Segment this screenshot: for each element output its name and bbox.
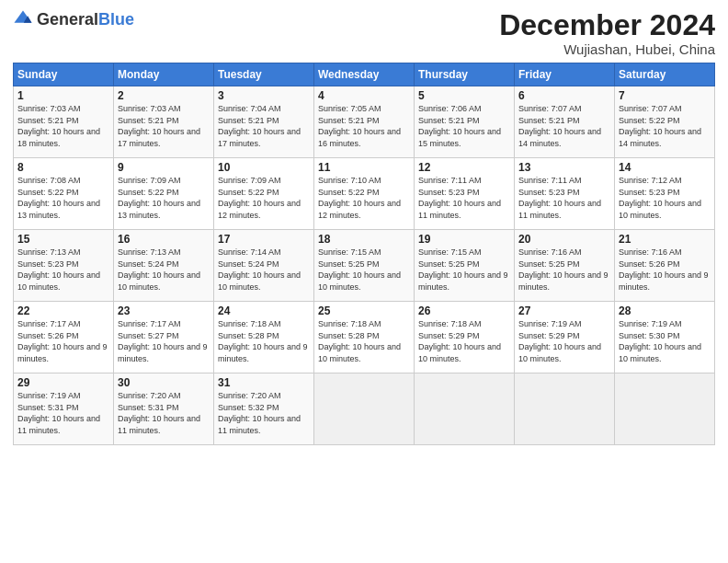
table-row: 15Sunrise: 7:13 AMSunset: 5:23 PMDayligh… <box>14 230 114 302</box>
table-row: 31Sunrise: 7:20 AMSunset: 5:32 PMDayligh… <box>214 373 314 445</box>
day-info: Sunrise: 7:14 AMSunset: 5:24 PMDaylight:… <box>218 247 301 292</box>
day-info: Sunrise: 7:19 AMSunset: 5:29 PMDaylight:… <box>518 319 601 363</box>
day-info: Sunrise: 7:03 AMSunset: 5:21 PMDaylight:… <box>118 104 200 148</box>
table-row: 5Sunrise: 7:06 AMSunset: 5:21 PMDaylight… <box>415 86 515 158</box>
calendar-week-row: 22Sunrise: 7:17 AMSunset: 5:26 PMDayligh… <box>14 302 715 373</box>
day-info: Sunrise: 7:13 AMSunset: 5:23 PMDaylight:… <box>17 247 100 292</box>
day-number: 20 <box>518 233 610 246</box>
day-number: 25 <box>318 304 410 317</box>
table-row: 2Sunrise: 7:03 AMSunset: 5:21 PMDaylight… <box>114 86 214 158</box>
day-number: 28 <box>619 304 711 317</box>
day-info: Sunrise: 7:17 AMSunset: 5:27 PMDaylight:… <box>118 319 208 363</box>
table-row: 23Sunrise: 7:17 AMSunset: 5:27 PMDayligh… <box>114 302 214 373</box>
table-row: 7Sunrise: 7:07 AMSunset: 5:22 PMDaylight… <box>615 86 715 158</box>
calendar-week-row: 1Sunrise: 7:03 AMSunset: 5:21 PMDaylight… <box>14 86 715 158</box>
table-row: 29Sunrise: 7:19 AMSunset: 5:31 PMDayligh… <box>14 373 114 445</box>
day-number: 5 <box>418 89 510 102</box>
day-info: Sunrise: 7:05 AMSunset: 5:21 PMDaylight:… <box>318 104 401 148</box>
table-row: 21Sunrise: 7:16 AMSunset: 5:26 PMDayligh… <box>615 230 715 302</box>
table-row: 30Sunrise: 7:20 AMSunset: 5:31 PMDayligh… <box>114 373 214 445</box>
day-info: Sunrise: 7:19 AMSunset: 5:30 PMDaylight:… <box>619 319 701 363</box>
logo: GeneralBlue <box>13 9 134 29</box>
day-info: Sunrise: 7:19 AMSunset: 5:31 PMDaylight:… <box>17 391 100 435</box>
col-tuesday: Tuesday <box>214 63 314 86</box>
day-info: Sunrise: 7:07 AMSunset: 5:22 PMDaylight:… <box>619 104 701 148</box>
col-sunday: Sunday <box>14 63 114 86</box>
day-info: Sunrise: 7:15 AMSunset: 5:25 PMDaylight:… <box>418 247 508 292</box>
day-info: Sunrise: 7:10 AMSunset: 5:22 PMDaylight:… <box>318 176 401 220</box>
day-number: 29 <box>17 376 109 389</box>
calendar-table: Sunday Monday Tuesday Wednesday Thursday… <box>13 63 715 445</box>
day-number: 16 <box>118 233 210 246</box>
day-number: 27 <box>518 304 610 317</box>
col-thursday: Thursday <box>415 63 515 86</box>
logo-blue: Blue <box>98 10 134 29</box>
day-info: Sunrise: 7:07 AMSunset: 5:21 PMDaylight:… <box>518 104 601 148</box>
day-info: Sunrise: 7:17 AMSunset: 5:26 PMDaylight:… <box>17 319 108 363</box>
day-info: Sunrise: 7:11 AMSunset: 5:23 PMDaylight:… <box>418 176 501 220</box>
day-number: 12 <box>418 161 510 174</box>
table-row: 19Sunrise: 7:15 AMSunset: 5:25 PMDayligh… <box>415 230 515 302</box>
day-number: 30 <box>118 376 210 389</box>
table-row: 27Sunrise: 7:19 AMSunset: 5:29 PMDayligh… <box>515 302 615 373</box>
day-info: Sunrise: 7:09 AMSunset: 5:22 PMDaylight:… <box>118 176 200 220</box>
table-row: 11Sunrise: 7:10 AMSunset: 5:22 PMDayligh… <box>314 158 415 230</box>
table-row: 20Sunrise: 7:16 AMSunset: 5:25 PMDayligh… <box>515 230 615 302</box>
day-number: 23 <box>118 304 210 317</box>
day-info: Sunrise: 7:11 AMSunset: 5:23 PMDaylight:… <box>518 176 601 220</box>
page-container: GeneralBlue December 2024 Wujiashan, Hub… <box>0 0 728 454</box>
day-info: Sunrise: 7:18 AMSunset: 5:28 PMDaylight:… <box>318 319 401 363</box>
day-number: 11 <box>318 161 410 174</box>
table-row: 3Sunrise: 7:04 AMSunset: 5:21 PMDaylight… <box>214 86 314 158</box>
day-info: Sunrise: 7:09 AMSunset: 5:22 PMDaylight:… <box>218 176 301 220</box>
table-row: 8Sunrise: 7:08 AMSunset: 5:22 PMDaylight… <box>14 158 114 230</box>
table-row: 22Sunrise: 7:17 AMSunset: 5:26 PMDayligh… <box>14 302 114 373</box>
day-number: 2 <box>118 89 210 102</box>
calendar-header-row: Sunday Monday Tuesday Wednesday Thursday… <box>14 63 715 86</box>
table-row: 16Sunrise: 7:13 AMSunset: 5:24 PMDayligh… <box>114 230 214 302</box>
day-info: Sunrise: 7:18 AMSunset: 5:29 PMDaylight:… <box>418 319 501 363</box>
logo-icon <box>13 9 33 29</box>
table-row: 12Sunrise: 7:11 AMSunset: 5:23 PMDayligh… <box>415 158 515 230</box>
table-row: 14Sunrise: 7:12 AMSunset: 5:23 PMDayligh… <box>615 158 715 230</box>
table-row: 9Sunrise: 7:09 AMSunset: 5:22 PMDaylight… <box>114 158 214 230</box>
month-title: December 2024 <box>499 9 715 41</box>
day-info: Sunrise: 7:03 AMSunset: 5:21 PMDaylight:… <box>17 104 100 148</box>
day-info: Sunrise: 7:15 AMSunset: 5:25 PMDaylight:… <box>318 247 401 292</box>
day-number: 22 <box>17 304 109 317</box>
day-info: Sunrise: 7:20 AMSunset: 5:32 PMDaylight:… <box>218 391 301 435</box>
table-row: 10Sunrise: 7:09 AMSunset: 5:22 PMDayligh… <box>214 158 314 230</box>
day-number: 26 <box>418 304 510 317</box>
day-number: 18 <box>318 233 410 246</box>
table-row <box>615 373 715 445</box>
table-row: 25Sunrise: 7:18 AMSunset: 5:28 PMDayligh… <box>314 302 415 373</box>
logo-text: GeneralBlue <box>37 11 134 29</box>
calendar-week-row: 8Sunrise: 7:08 AMSunset: 5:22 PMDaylight… <box>14 158 715 230</box>
day-number: 3 <box>218 89 310 102</box>
day-number: 9 <box>118 161 210 174</box>
day-number: 13 <box>518 161 610 174</box>
calendar-week-row: 15Sunrise: 7:13 AMSunset: 5:23 PMDayligh… <box>14 230 715 302</box>
day-number: 8 <box>17 161 109 174</box>
col-wednesday: Wednesday <box>314 63 415 86</box>
table-row: 18Sunrise: 7:15 AMSunset: 5:25 PMDayligh… <box>314 230 415 302</box>
day-info: Sunrise: 7:16 AMSunset: 5:25 PMDaylight:… <box>518 247 609 292</box>
day-info: Sunrise: 7:08 AMSunset: 5:22 PMDaylight:… <box>17 176 100 220</box>
day-number: 1 <box>17 89 109 102</box>
day-number: 7 <box>619 89 711 102</box>
table-row: 6Sunrise: 7:07 AMSunset: 5:21 PMDaylight… <box>515 86 615 158</box>
day-info: Sunrise: 7:06 AMSunset: 5:21 PMDaylight:… <box>418 104 501 148</box>
table-row: 13Sunrise: 7:11 AMSunset: 5:23 PMDayligh… <box>515 158 615 230</box>
header: GeneralBlue December 2024 Wujiashan, Hub… <box>13 9 715 57</box>
day-info: Sunrise: 7:18 AMSunset: 5:28 PMDaylight:… <box>218 319 308 363</box>
day-number: 4 <box>318 89 410 102</box>
day-number: 19 <box>418 233 510 246</box>
title-block: December 2024 Wujiashan, Hubei, China <box>499 9 715 57</box>
logo-general: General <box>37 10 98 29</box>
table-row: 24Sunrise: 7:18 AMSunset: 5:28 PMDayligh… <box>214 302 314 373</box>
calendar-week-row: 29Sunrise: 7:19 AMSunset: 5:31 PMDayligh… <box>14 373 715 445</box>
col-saturday: Saturday <box>615 63 715 86</box>
table-row: 26Sunrise: 7:18 AMSunset: 5:29 PMDayligh… <box>415 302 515 373</box>
table-row: 1Sunrise: 7:03 AMSunset: 5:21 PMDaylight… <box>14 86 114 158</box>
day-info: Sunrise: 7:13 AMSunset: 5:24 PMDaylight:… <box>118 247 200 292</box>
